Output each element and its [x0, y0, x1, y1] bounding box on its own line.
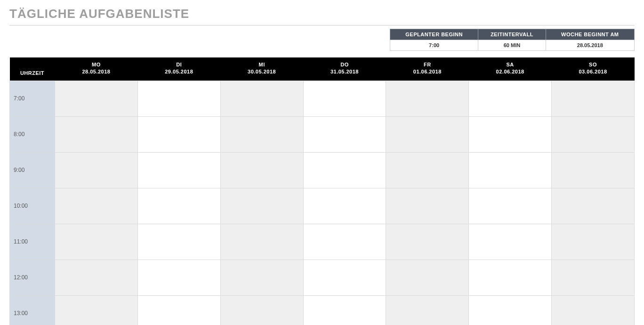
- task-cell[interactable]: [552, 224, 635, 260]
- task-cell[interactable]: [137, 81, 220, 116]
- task-cell[interactable]: [469, 152, 552, 188]
- task-cell[interactable]: [220, 260, 303, 295]
- settings-value-weekstart[interactable]: 28.05.2018: [546, 40, 634, 51]
- day-abbr: SA: [471, 61, 550, 68]
- task-cell[interactable]: [552, 81, 635, 116]
- task-cell[interactable]: [220, 81, 303, 116]
- schedule-row: 12:00: [10, 260, 635, 295]
- day-abbr: DI: [139, 61, 218, 68]
- task-cell[interactable]: [552, 295, 635, 325]
- task-cell[interactable]: [303, 260, 386, 295]
- task-cell[interactable]: [55, 116, 138, 152]
- settings-header-weekstart: WOCHE BEGINNT AM: [546, 29, 634, 40]
- task-cell[interactable]: [220, 224, 303, 260]
- task-cell[interactable]: [303, 116, 386, 152]
- task-cell[interactable]: [137, 152, 220, 188]
- task-cell[interactable]: [55, 188, 138, 224]
- time-cell: 7:00: [10, 81, 55, 116]
- day-header: MO 28.05.2018: [55, 57, 138, 81]
- task-cell[interactable]: [303, 295, 386, 325]
- task-cell[interactable]: [469, 188, 552, 224]
- schedule-row: 9:00: [10, 152, 635, 188]
- day-header: MI 30.05.2018: [220, 57, 303, 81]
- day-abbr: MI: [222, 61, 301, 68]
- time-header: UHRZEIT: [10, 57, 55, 81]
- task-cell[interactable]: [55, 81, 138, 116]
- time-cell: 10:00: [10, 188, 55, 224]
- task-cell[interactable]: [386, 152, 469, 188]
- task-cell[interactable]: [303, 81, 386, 116]
- day-header: FR 01.06.2018: [386, 57, 469, 81]
- task-cell[interactable]: [220, 188, 303, 224]
- day-date: 29.05.2018: [139, 68, 218, 75]
- task-cell[interactable]: [469, 260, 552, 295]
- schedule-row: 7:00: [10, 81, 635, 116]
- task-cell[interactable]: [386, 81, 469, 116]
- time-cell: 9:00: [10, 152, 55, 188]
- task-cell[interactable]: [137, 188, 220, 224]
- day-abbr: FR: [388, 61, 467, 68]
- task-cell[interactable]: [303, 152, 386, 188]
- task-cell[interactable]: [469, 81, 552, 116]
- task-cell[interactable]: [137, 116, 220, 152]
- day-header: SO 03.06.2018: [552, 57, 635, 81]
- task-cell[interactable]: [386, 295, 469, 325]
- day-abbr: DO: [305, 61, 384, 68]
- time-cell: 8:00: [10, 116, 55, 152]
- task-cell[interactable]: [220, 295, 303, 325]
- task-cell[interactable]: [386, 116, 469, 152]
- day-date: 31.05.2018: [305, 68, 384, 75]
- time-cell: 11:00: [10, 224, 55, 260]
- day-header: SA 02.06.2018: [469, 57, 552, 81]
- task-cell[interactable]: [55, 260, 138, 295]
- settings-header-start: GEPLANTER BEGINN: [390, 29, 478, 40]
- time-cell: 12:00: [10, 260, 55, 295]
- schedule-body: 7:00 8:00: [10, 81, 635, 325]
- page-title: TÄGLICHE AUFGABENLISTE: [9, 7, 635, 21]
- schedule-row: 10:00: [10, 188, 635, 224]
- day-header: DO 31.05.2018: [303, 57, 386, 81]
- schedule-row: 11:00: [10, 224, 635, 260]
- day-date: 01.06.2018: [388, 68, 467, 75]
- day-date: 02.06.2018: [471, 68, 550, 75]
- task-cell[interactable]: [55, 152, 138, 188]
- task-cell[interactable]: [386, 188, 469, 224]
- task-cell[interactable]: [469, 116, 552, 152]
- day-date: 28.05.2018: [57, 68, 136, 75]
- task-cell[interactable]: [220, 152, 303, 188]
- settings-value-interval[interactable]: 60 MIN: [478, 40, 546, 51]
- time-cell: 13:00: [10, 295, 55, 325]
- task-cell[interactable]: [303, 188, 386, 224]
- day-date: 03.06.2018: [554, 68, 633, 75]
- task-cell[interactable]: [55, 295, 138, 325]
- title-divider: [9, 25, 635, 26]
- task-cell[interactable]: [552, 260, 635, 295]
- settings-table: GEPLANTER BEGINN ZEITINTERVALL WOCHE BEG…: [390, 29, 635, 51]
- task-cell[interactable]: [55, 224, 138, 260]
- task-cell[interactable]: [303, 224, 386, 260]
- task-cell[interactable]: [469, 295, 552, 325]
- day-date: 30.05.2018: [222, 68, 301, 75]
- day-abbr: MO: [57, 61, 136, 68]
- day-abbr: SO: [554, 61, 633, 68]
- task-cell[interactable]: [137, 295, 220, 325]
- schedule-header-row: UHRZEIT MO 28.05.2018 DI 29.05.2018 MI 3…: [10, 57, 635, 81]
- task-cell[interactable]: [552, 188, 635, 224]
- schedule-table: UHRZEIT MO 28.05.2018 DI 29.05.2018 MI 3…: [9, 57, 635, 325]
- task-cell[interactable]: [137, 260, 220, 295]
- task-cell[interactable]: [137, 224, 220, 260]
- task-cell[interactable]: [552, 116, 635, 152]
- task-cell[interactable]: [386, 260, 469, 295]
- settings-header-interval: ZEITINTERVALL: [478, 29, 546, 40]
- day-header: DI 29.05.2018: [137, 57, 220, 81]
- task-cell[interactable]: [469, 224, 552, 260]
- task-cell[interactable]: [552, 152, 635, 188]
- task-cell[interactable]: [220, 116, 303, 152]
- schedule-row: 8:00: [10, 116, 635, 152]
- task-cell[interactable]: [386, 224, 469, 260]
- settings-value-start[interactable]: 7:00: [390, 40, 478, 51]
- schedule-row: 13:00: [10, 295, 635, 325]
